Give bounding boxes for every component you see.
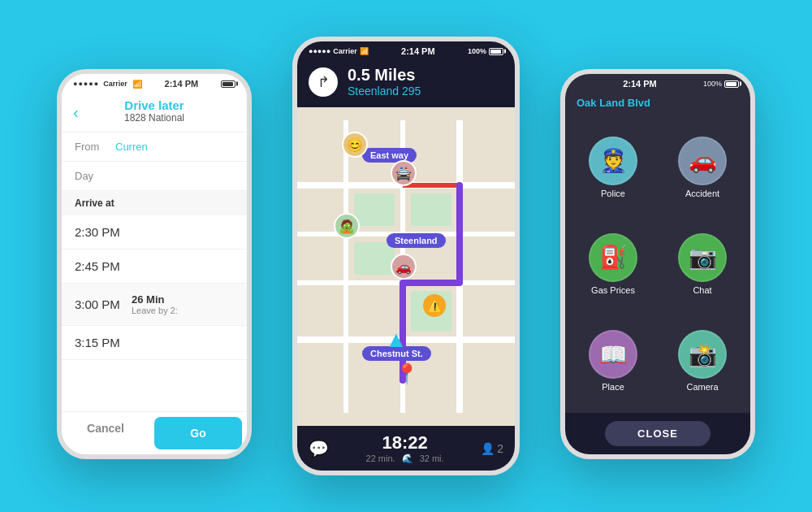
gas-icon: ⛽ bbox=[589, 233, 637, 282]
menu-item-accident[interactable]: 🚗 Accident bbox=[661, 122, 744, 212]
map-background: East way Steenland Chestnut St. 😊 🚔 🧟 🚗 … bbox=[297, 107, 515, 426]
map-area[interactable]: East way Steenland Chestnut St. 😊 🚔 🧟 🚗 … bbox=[297, 107, 515, 426]
time-row[interactable]: 2:45 PM bbox=[62, 249, 247, 284]
left-header: ‹ Drive later 1828 National bbox=[62, 92, 247, 132]
status-time: 2:14 PM bbox=[165, 79, 199, 89]
center-time: 2:14 PM bbox=[401, 46, 435, 56]
nav-time: 18:22 bbox=[366, 432, 444, 453]
left-subtitle: 1828 National bbox=[75, 112, 234, 124]
accident-label: Accident bbox=[685, 189, 719, 198]
menu-grid: 👮 Police 🚗 Accident ⛽ Gas Prices 📷 Chat bbox=[565, 115, 750, 413]
left-footer: Cancel Go bbox=[62, 411, 247, 454]
center-footer: 💬 18:22 22 min. 🌊 32 mi. 👤 2 bbox=[297, 426, 515, 471]
gas-label: Gas Prices bbox=[591, 285, 635, 295]
status-bar-center: ●●●●● Carrier 📶 2:14 PM 100% bbox=[297, 41, 515, 59]
phone-center: ●●●●● Carrier 📶 2:14 PM 100% ↱ 0.5 Miles… bbox=[292, 37, 520, 475]
arrive-header: Arrive at bbox=[62, 191, 247, 215]
place-label: Place bbox=[602, 382, 624, 392]
police-label: Police bbox=[601, 189, 625, 198]
right-time: 2:14 PM bbox=[623, 79, 657, 89]
menu-item-police[interactable]: 👮 Police bbox=[572, 122, 654, 212]
passengers-count: 👤 2 bbox=[481, 442, 503, 455]
menu-item-place[interactable]: 📖 Place bbox=[572, 316, 654, 406]
svg-rect-10 bbox=[354, 242, 395, 275]
time-row-highlighted[interactable]: 3:00 PM 26 Min Leave by 2: bbox=[62, 284, 247, 326]
form-section: From Curren Day bbox=[62, 132, 247, 191]
signal-dots: ●●●●● Carrier 📶 bbox=[73, 80, 142, 89]
warning-marker: ⚠️ bbox=[423, 294, 446, 317]
chat-label: Chat bbox=[693, 285, 711, 295]
go-button[interactable]: Go bbox=[154, 417, 242, 449]
nav-distance: 0.5 Miles bbox=[348, 66, 421, 85]
nav-info: 0.5 Miles Steenland 295 bbox=[348, 66, 421, 98]
police-icon: 👮 bbox=[589, 137, 637, 185]
accident-icon: 🚗 bbox=[678, 137, 727, 185]
svg-rect-8 bbox=[354, 193, 395, 226]
turn-arrow: ↱ bbox=[309, 67, 338, 97]
status-bar-right: 2:14 PM 100% bbox=[565, 74, 750, 92]
back-button[interactable]: ‹ bbox=[73, 102, 79, 121]
from-value: Curren bbox=[115, 141, 148, 153]
camera-icon: 📸 bbox=[678, 330, 727, 379]
day-label: Day bbox=[75, 170, 115, 182]
time-row[interactable]: 2:30 PM bbox=[62, 215, 247, 249]
menu-item-gas[interactable]: ⛽ Gas Prices bbox=[572, 219, 654, 309]
cancel-button[interactable]: Cancel bbox=[62, 412, 149, 454]
from-label: From bbox=[75, 141, 115, 153]
svg-rect-9 bbox=[411, 193, 451, 226]
nav-stats: 22 min. 🌊 32 mi. bbox=[366, 453, 444, 464]
phone-right: 2:14 PM 100% Oak Land Blvd 👮 Police 🚗 bbox=[560, 69, 755, 459]
status-bar-left: ●●●●● Carrier 📶 2:14 PM bbox=[62, 74, 247, 92]
camera-label: Camera bbox=[686, 382, 718, 392]
nav-street: Steenland 295 bbox=[348, 85, 421, 98]
gps-arrow: ▲ bbox=[385, 327, 408, 353]
location-pin: 📍 bbox=[395, 362, 419, 385]
left-title: Drive later bbox=[75, 98, 234, 112]
nav-header: ↱ 0.5 Miles Steenland 295 bbox=[297, 59, 515, 107]
right-top-bar: Oak Land Blvd bbox=[565, 92, 750, 115]
avatar-marker-1: 😊 bbox=[342, 132, 368, 158]
menu-item-chat[interactable]: 📷 Chat bbox=[661, 219, 744, 309]
phone-left: ●●●●● Carrier 📶 2:14 PM ‹ Drive later 18… bbox=[57, 69, 252, 459]
close-bar: CLOSE bbox=[565, 413, 750, 454]
time-list: Arrive at 2:30 PM 2:45 PM 3:00 PM 26 Min… bbox=[62, 191, 247, 360]
close-button[interactable]: CLOSE bbox=[605, 421, 710, 446]
time-row[interactable]: 3:15 PM bbox=[62, 326, 247, 360]
day-row: Day bbox=[62, 162, 247, 191]
avatar-marker-3: 🧟 bbox=[334, 213, 360, 239]
phones-container: ●●●●● Carrier 📶 2:14 PM ‹ Drive later 18… bbox=[41, 20, 771, 492]
avatar-marker-2: 🚔 bbox=[391, 160, 417, 186]
chat-icon[interactable]: 💬 bbox=[309, 439, 329, 458]
menu-item-camera[interactable]: 📸 Camera bbox=[661, 316, 744, 406]
place-icon: 📖 bbox=[589, 330, 637, 379]
steenland-label: Steenland bbox=[387, 233, 446, 248]
avatar-marker-4: 🚗 bbox=[391, 254, 417, 280]
from-row: From Curren bbox=[62, 132, 247, 162]
battery-area bbox=[221, 80, 235, 88]
chat-menu-icon: 📷 bbox=[678, 233, 727, 282]
